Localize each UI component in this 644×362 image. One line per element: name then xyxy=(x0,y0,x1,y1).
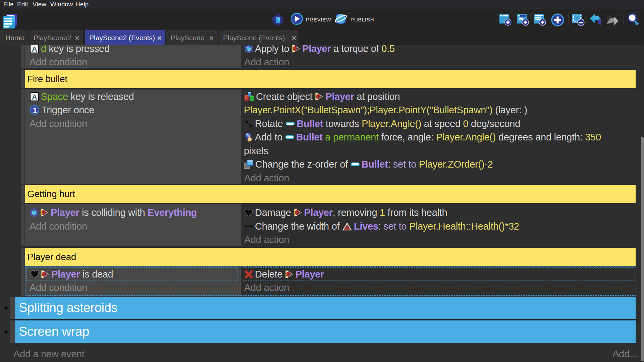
svg-text:1: 1 xyxy=(33,106,37,115)
svg-text:A: A xyxy=(32,93,37,101)
svg-text:A: A xyxy=(32,45,37,53)
